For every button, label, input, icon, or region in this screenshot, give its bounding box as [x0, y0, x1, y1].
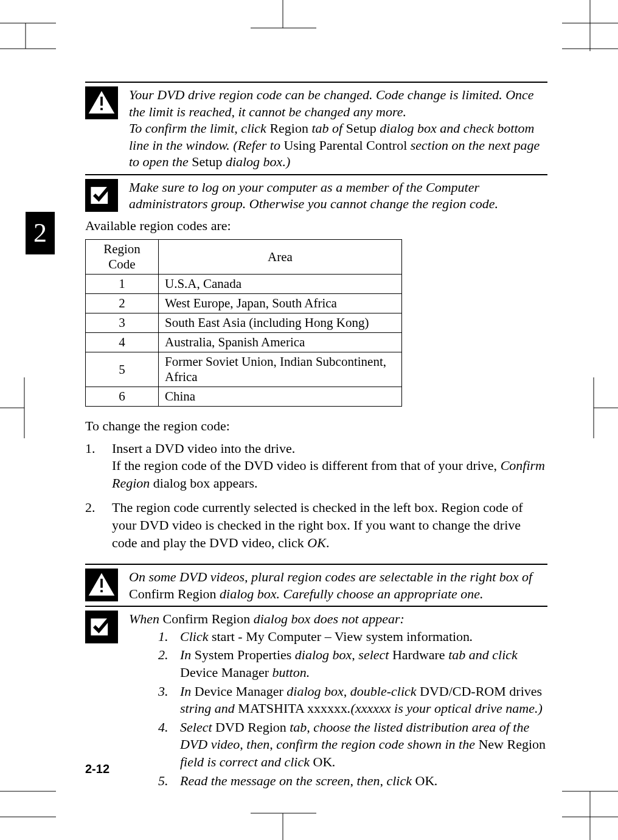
- warning2b: dialog box. Carefully choose an appropri…: [217, 586, 484, 601]
- change-code-label: To change the region code:: [85, 418, 547, 435]
- t: System Properties: [195, 647, 292, 662]
- region-code: 4: [86, 333, 159, 352]
- t: .: [332, 754, 336, 769]
- region-code: 2: [86, 294, 159, 313]
- warning-text-2r3: Using Parental Control: [283, 138, 407, 153]
- region-code: 5: [86, 352, 159, 387]
- warning2r: Confirm Region: [129, 586, 217, 601]
- available-codes-label: Available region codes are:: [85, 217, 547, 235]
- list-item: 4.Select DVD Region tab, choose the list…: [158, 719, 547, 771]
- list-item: 1. Insert a DVD video into the drive. If…: [85, 440, 547, 492]
- t: dialog box, select: [291, 647, 392, 662]
- t: start - My Computer – View system inform…: [212, 629, 470, 644]
- region-area: West Europe, Japan, South Africa: [159, 294, 402, 313]
- check-text-1: Make sure to log on your computer as a m…: [129, 179, 547, 212]
- warning-text-2a: To confirm the limit, click: [129, 121, 269, 136]
- check2-intro-b: dialog box does not appear:: [250, 611, 404, 626]
- region-area: Former Soviet Union, Indian Subcontinent…: [159, 352, 402, 387]
- table-header-area: Area: [159, 240, 402, 275]
- warning2a: On some DVD videos, plural region codes …: [129, 569, 532, 584]
- t: string and: [180, 701, 238, 716]
- region-area: U.S.A, Canada: [159, 275, 402, 294]
- t: dialog box, double-click: [283, 684, 420, 699]
- region-area: China: [159, 387, 402, 407]
- region-area: South East Asia (including Hong Kong): [159, 313, 402, 333]
- region-code: 1: [86, 275, 159, 294]
- region-area: Australia, Spanish America: [159, 333, 402, 352]
- warning-text-2e: dialog box.): [222, 154, 290, 169]
- table-row: 1U.S.A, Canada: [86, 275, 402, 294]
- warning-text-2b: tab of: [308, 121, 346, 136]
- table-row: 2West Europe, Japan, South Africa: [86, 294, 402, 313]
- list-item: 3.In Device Manager dialog box, double-c…: [158, 683, 547, 718]
- warning-text-2r2: Setup: [346, 121, 377, 136]
- svg-rect-25: [100, 590, 103, 593]
- check-note-1: Make sure to log on your computer as a m…: [85, 179, 547, 212]
- warning-note-2: On some DVD videos, plural region codes …: [85, 569, 547, 602]
- svg-rect-20: [100, 97, 103, 106]
- table-row: 6China: [86, 387, 402, 407]
- table-header-code: Region Code: [86, 240, 159, 275]
- list-item: 2.In System Properties dialog box, selec…: [158, 646, 547, 681]
- t: Device Manager: [195, 684, 283, 699]
- list-item: 1.Click start - My Computer – View syste…: [158, 628, 547, 646]
- sub-steps-list: 1.Click start - My Computer – View syste…: [158, 628, 547, 789]
- check-icon: [85, 179, 118, 212]
- step2i: OK: [307, 535, 326, 550]
- check2-intro-r: Confirm Region: [163, 611, 251, 626]
- svg-rect-24: [100, 579, 103, 588]
- list-item: 2. The region code currently selected is…: [85, 499, 547, 551]
- step1-line1: Insert a DVD video into the drive.: [112, 441, 295, 456]
- t: DVD Region: [215, 719, 286, 735]
- step1-line2a: If the region code of the DVD video is d…: [112, 458, 501, 473]
- t: Read the message on the screen, then, cl…: [180, 773, 415, 788]
- warning-note-1: Your DVD drive region code can be change…: [85, 86, 547, 170]
- t: In: [180, 647, 195, 662]
- check2-intro-a: When: [129, 611, 163, 626]
- t: Select: [180, 719, 215, 735]
- warning-icon: [85, 86, 118, 119]
- steps-list: 1. Insert a DVD video into the drive. If…: [85, 440, 547, 552]
- t: Device Manager: [180, 665, 269, 680]
- chapter-tab: 2: [26, 212, 55, 254]
- table-row: 5Former Soviet Union, Indian Subcontinen…: [86, 352, 402, 387]
- t: OK: [313, 754, 333, 769]
- t: .(xxxxxx is your optical drive name.): [347, 701, 543, 716]
- step1-line2c: dialog box appears.: [150, 475, 257, 491]
- check-icon: [85, 611, 118, 643]
- t: .: [470, 629, 473, 644]
- warning-text-2r1: Region: [269, 121, 308, 136]
- svg-rect-21: [100, 108, 103, 110]
- t: Hardware: [392, 647, 445, 662]
- page-body: Your DVD drive region code can be change…: [85, 79, 547, 794]
- region-table: Region Code Area 1U.S.A, Canada 2West Eu…: [85, 239, 402, 407]
- t: tab and click: [445, 647, 518, 662]
- table-row: 4Australia, Spanish America: [86, 333, 402, 352]
- warning-text-2r4: Setup: [192, 154, 222, 169]
- t: OK: [415, 773, 435, 788]
- t: New Region: [478, 737, 546, 752]
- t: DVD/CD-ROM drives: [420, 684, 542, 699]
- table-row: 3South East Asia (including Hong Kong): [86, 313, 402, 333]
- t: field is correct and click: [180, 754, 313, 769]
- t: Click: [180, 629, 212, 644]
- region-code: 3: [86, 313, 159, 333]
- page-number: 2-12: [85, 762, 109, 776]
- warning-icon: [85, 569, 118, 601]
- region-code: 6: [86, 387, 159, 407]
- list-item: 5.Read the message on the screen, then, …: [158, 772, 547, 790]
- t: MATSHITA xxxxxx: [238, 701, 347, 716]
- t: In: [180, 684, 195, 699]
- t: .: [434, 773, 438, 788]
- check-note-2: When Confirm Region dialog box does not …: [85, 611, 547, 791]
- warning-text-1a: Your DVD drive region code can be change…: [129, 87, 534, 119]
- t: button.: [269, 665, 310, 680]
- step2b: .: [326, 535, 330, 550]
